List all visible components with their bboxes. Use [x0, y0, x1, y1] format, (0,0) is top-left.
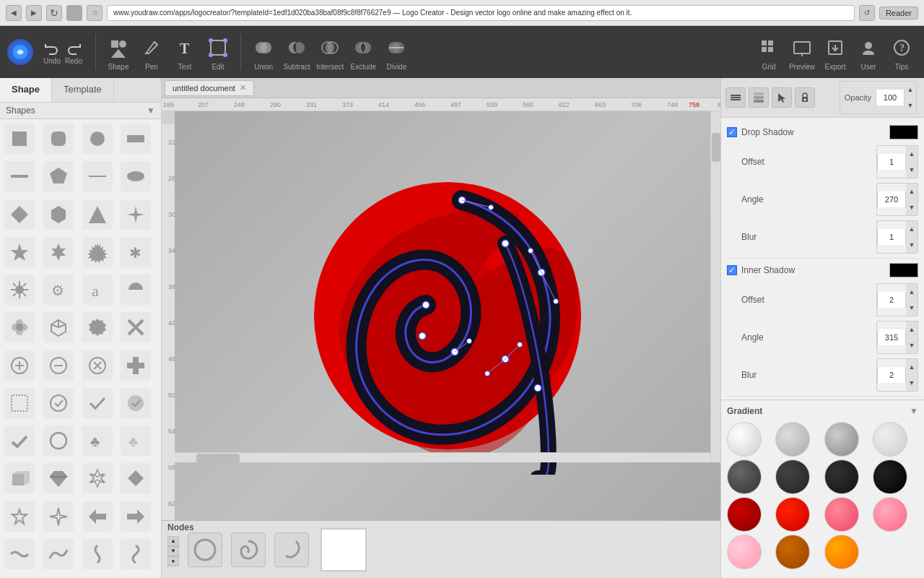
- shape-ellipse[interactable]: [121, 161, 151, 191]
- canvas-scrollbar-h[interactable]: [175, 452, 710, 462]
- swatch-pink-light[interactable]: [727, 535, 762, 569]
- swatch-white2[interactable]: [873, 422, 907, 457]
- inner-shadow-blur[interactable]: 2 ▲ ▼: [876, 358, 918, 392]
- swatch-red-bright[interactable]: [775, 497, 810, 532]
- shape-circle-empty[interactable]: [43, 426, 74, 456]
- drop-shadow-blur[interactable]: 1 ▲ ▼: [876, 220, 918, 254]
- shape-circle-minus[interactable]: [43, 350, 74, 381]
- shape-hexagon[interactable]: [43, 199, 74, 230]
- url-bar[interactable]: www.youdraw.com/apps/logocreator/?templa…: [107, 5, 855, 21]
- tool-preview[interactable]: Preview: [788, 34, 816, 71]
- cursor-button[interactable]: [772, 87, 792, 108]
- shape-diamond2[interactable]: [121, 463, 151, 493]
- layers-button[interactable]: [725, 87, 746, 108]
- tool-shape[interactable]: Shape: [105, 34, 132, 71]
- swatch-dark2[interactable]: [775, 460, 810, 494]
- swatch-orange[interactable]: [824, 535, 859, 569]
- swatch-pink[interactable]: [873, 497, 907, 532]
- shape-asterisk[interactable]: ✱: [121, 237, 151, 267]
- swatch-gray-mid[interactable]: [824, 422, 859, 457]
- shape-star-david[interactable]: [82, 463, 113, 493]
- doc-tab-untitled[interactable]: untitled document ✕: [165, 80, 254, 96]
- shape-wave3[interactable]: [82, 539, 113, 569]
- nodes-mid-button[interactable]: ●: [167, 556, 179, 566]
- shape-half-circle[interactable]: [121, 275, 151, 305]
- swatch-pink-red[interactable]: [824, 497, 859, 532]
- tool-pen[interactable]: Pen: [138, 34, 165, 71]
- tool-user[interactable]: User: [855, 34, 882, 71]
- shape-line[interactable]: [82, 161, 113, 191]
- shape-x-mark[interactable]: [121, 312, 151, 342]
- redo-button[interactable]: Redo: [65, 40, 82, 65]
- inner-shadow-checkbox[interactable]: ✓: [727, 265, 737, 275]
- shape-checkmark[interactable]: [82, 388, 113, 418]
- shape-pentagon[interactable]: [43, 161, 74, 191]
- shape-cube3d[interactable]: [4, 463, 35, 493]
- shape-circle-check[interactable]: [43, 388, 74, 418]
- shape-check-simple[interactable]: [4, 426, 35, 456]
- opacity-up[interactable]: ▲: [905, 82, 916, 98]
- shape-wave[interactable]: [4, 539, 35, 569]
- shape-flower[interactable]: [4, 312, 35, 342]
- shape-clover[interactable]: ♣: [82, 426, 113, 456]
- forward-button[interactable]: ▶: [26, 5, 42, 21]
- shape-gear[interactable]: ⚙: [43, 275, 74, 305]
- doc-tab-close[interactable]: ✕: [240, 83, 246, 92]
- tool-text[interactable]: T Text: [171, 34, 199, 71]
- shape-arrow-left[interactable]: [82, 501, 113, 532]
- shape-star5b[interactable]: [4, 501, 35, 532]
- shape-wave2[interactable]: [43, 539, 74, 569]
- swatch-white[interactable]: [727, 422, 762, 457]
- node-swirl-tool[interactable]: [231, 532, 266, 567]
- shape-circle-x[interactable]: [82, 350, 113, 381]
- swatch-dark1[interactable]: [727, 460, 762, 494]
- back-button[interactable]: ◀: [6, 5, 22, 21]
- refresh-icon[interactable]: ↺: [859, 5, 875, 21]
- shape-clover2[interactable]: ♣: [121, 426, 151, 456]
- shape-star4b[interactable]: [43, 501, 74, 532]
- shape-wave4[interactable]: [121, 539, 151, 569]
- swatch-black[interactable]: [873, 460, 907, 494]
- swatch-dark3[interactable]: [824, 460, 859, 494]
- tool-grid[interactable]: Grid: [755, 34, 783, 71]
- node-circle-tool[interactable]: [188, 532, 222, 567]
- nodes-up-button[interactable]: ▲: [167, 536, 179, 546]
- shape-star5[interactable]: [4, 237, 35, 267]
- reload-button[interactable]: ↻: [46, 5, 62, 21]
- shape-badge[interactable]: [82, 312, 113, 342]
- shape-arrow-right[interactable]: [121, 501, 151, 532]
- lock-button[interactable]: [795, 87, 815, 108]
- shape-letter-a[interactable]: a: [82, 275, 113, 305]
- shape-circle-plus[interactable]: [4, 350, 35, 381]
- shape-round-rect[interactable]: [43, 124, 74, 154]
- undo-button[interactable]: Undo: [43, 40, 61, 65]
- inner-shadow-color[interactable]: [889, 263, 918, 277]
- swatch-red[interactable]: [727, 497, 762, 532]
- drop-shadow-angle[interactable]: 270 ▲ ▼: [876, 183, 918, 216]
- home-button[interactable]: [66, 5, 82, 21]
- shape-thin-rect[interactable]: [4, 161, 35, 191]
- tool-intersect[interactable]: Intersect: [316, 34, 344, 71]
- tool-edit[interactable]: Edit: [204, 34, 232, 71]
- inner-shadow-angle[interactable]: 315 ▲ ▼: [876, 321, 918, 354]
- canvas-scrollbar-v[interactable]: [710, 111, 720, 462]
- tool-export[interactable]: Export: [821, 34, 849, 71]
- swatch-orange-dark[interactable]: [775, 535, 810, 569]
- tool-union[interactable]: Union: [250, 34, 277, 71]
- shape-diamond[interactable]: [4, 199, 35, 230]
- shape-star4[interactable]: [121, 199, 151, 230]
- shape-wide-rect[interactable]: [121, 124, 151, 154]
- drop-shadow-offset[interactable]: 1 ▲ ▼: [876, 145, 918, 178]
- shape-sunburst[interactable]: [4, 275, 35, 305]
- swatch-gray-light[interactable]: [775, 422, 810, 457]
- shape-triangle[interactable]: [82, 199, 113, 230]
- bookmark-button[interactable]: ☆: [87, 5, 103, 21]
- tab-shape[interactable]: Shape: [0, 78, 52, 102]
- drop-shadow-checkbox[interactable]: ✓: [727, 127, 737, 137]
- shape-cube[interactable]: [43, 312, 74, 342]
- drop-shadow-color[interactable]: [889, 125, 918, 139]
- stack-button[interactable]: [749, 87, 769, 108]
- node-hook-tool[interactable]: [274, 532, 309, 567]
- reader-button[interactable]: Reader: [879, 7, 918, 20]
- shape-checkbox[interactable]: [4, 388, 35, 418]
